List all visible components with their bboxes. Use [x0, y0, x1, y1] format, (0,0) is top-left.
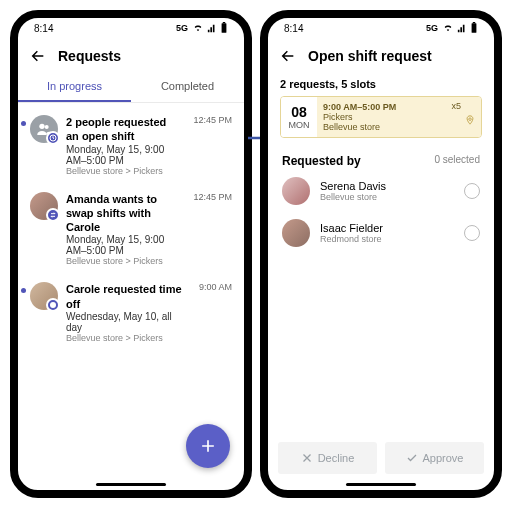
requester-name: Isaac Fielder	[320, 222, 454, 234]
location-pin-icon	[465, 115, 475, 127]
action-bar: Decline Approve	[278, 442, 484, 474]
requester-location: Bellevue store	[320, 192, 454, 202]
requested-by-label: Requested by	[282, 154, 361, 168]
add-button[interactable]	[186, 424, 230, 468]
avatar	[282, 219, 310, 247]
svg-rect-1	[223, 22, 225, 23]
check-icon	[406, 452, 418, 464]
signal-icon	[206, 23, 218, 33]
shift-body: 9:00 AM–5:00 PM Pickers Bellevue store x…	[317, 97, 481, 137]
phone-requests-list: 8:14 5G Requests In progress Completed 2…	[10, 10, 252, 498]
avatar	[282, 177, 310, 205]
avatar	[30, 282, 58, 310]
close-icon	[301, 452, 313, 464]
decline-label: Decline	[318, 452, 355, 464]
requested-by-header: Requested by 0 selected	[268, 148, 494, 170]
status-time: 8:14	[34, 23, 53, 34]
svg-point-2	[39, 124, 44, 129]
request-subtitle: Wednesday, May 10, all day	[66, 311, 187, 333]
select-radio[interactable]	[464, 225, 480, 241]
status-bar: 8:14 5G	[268, 18, 494, 38]
request-time: 12:45 PM	[193, 192, 232, 267]
svg-rect-0	[222, 23, 227, 33]
page-title: Open shift request	[308, 48, 432, 64]
people-avatar-icon	[30, 115, 58, 143]
signal-icon	[456, 23, 468, 33]
request-path: Bellevue store > Pickers	[66, 333, 187, 343]
svg-point-5	[50, 302, 56, 308]
home-indicator	[96, 483, 166, 486]
battery-icon	[220, 22, 228, 34]
requester-row[interactable]: Isaac Fielder Redmond store	[268, 212, 494, 254]
app-bar: Requests	[18, 38, 244, 72]
request-path: Bellevue store > Pickers	[66, 256, 181, 266]
home-indicator	[346, 483, 416, 486]
back-icon[interactable]	[30, 48, 46, 64]
request-time: 9:00 AM	[199, 282, 232, 343]
swap-badge-icon	[46, 208, 60, 222]
phone-open-shift-request: 8:14 5G Open shift request 2 requests, 5…	[260, 10, 502, 498]
request-title: Carole requested time off	[66, 282, 187, 311]
tab-in-progress[interactable]: In progress	[18, 72, 131, 102]
request-subtitle: Monday, May 15, 9:00 AM–5:00 PM	[66, 144, 181, 166]
request-item[interactable]: Amanda wants to swap shifts with Carole …	[18, 184, 244, 275]
decline-button[interactable]: Decline	[278, 442, 377, 474]
selected-count: 0 selected	[434, 154, 480, 168]
back-icon[interactable]	[280, 48, 296, 64]
request-title: 2 people requested an open shift	[66, 115, 181, 144]
shift-store: Bellevue store	[323, 122, 475, 132]
app-bar: Open shift request	[268, 38, 494, 72]
request-time: 12:45 PM	[193, 115, 232, 176]
shift-date: 08 MON	[281, 97, 317, 137]
svg-point-3	[45, 125, 49, 129]
svg-rect-7	[473, 22, 475, 23]
shift-day-num: 08	[291, 104, 307, 120]
status-5g: 5G	[176, 23, 188, 33]
plus-icon	[198, 436, 218, 456]
request-item[interactable]: 2 people requested an open shift Monday,…	[18, 107, 244, 184]
page-title: Requests	[58, 48, 121, 64]
wifi-icon	[192, 23, 204, 33]
summary-line: 2 requests, 5 slots	[268, 72, 494, 94]
battery-icon	[470, 22, 478, 34]
tab-completed[interactable]: Completed	[131, 72, 244, 102]
status-5g: 5G	[426, 23, 438, 33]
status-time: 8:14	[284, 23, 303, 34]
svg-rect-6	[472, 23, 477, 33]
shift-count: x5	[451, 101, 461, 111]
requester-row[interactable]: Serena Davis Bellevue store	[268, 170, 494, 212]
approve-label: Approve	[423, 452, 464, 464]
select-radio[interactable]	[464, 183, 480, 199]
shift-team: Pickers	[323, 112, 475, 122]
request-title: Amanda wants to swap shifts with Carole	[66, 192, 181, 235]
approve-button[interactable]: Approve	[385, 442, 484, 474]
requester-name: Serena Davis	[320, 180, 454, 192]
requester-location: Redmond store	[320, 234, 454, 244]
shift-card[interactable]: 08 MON 9:00 AM–5:00 PM Pickers Bellevue …	[280, 96, 482, 138]
clock-badge-icon	[46, 131, 60, 145]
status-bar: 8:14 5G	[18, 18, 244, 38]
svg-point-8	[469, 118, 472, 121]
timeoff-badge-icon	[46, 298, 60, 312]
avatar	[30, 192, 58, 220]
request-path: Bellevue store > Pickers	[66, 166, 181, 176]
request-subtitle: Monday, May 15, 9:00 AM–5:00 PM	[66, 234, 181, 256]
tabs: In progress Completed	[18, 72, 244, 103]
request-item[interactable]: Carole requested time off Wednesday, May…	[18, 274, 244, 351]
wifi-icon	[442, 23, 454, 33]
shift-day-name: MON	[289, 120, 310, 130]
